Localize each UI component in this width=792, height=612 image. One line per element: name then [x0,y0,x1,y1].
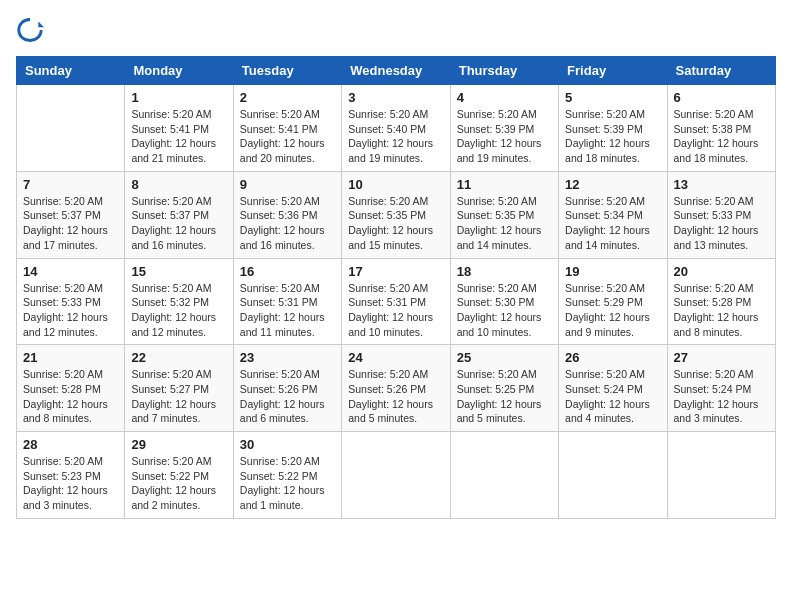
day-number: 28 [23,437,118,452]
day-number: 17 [348,264,443,279]
calendar-cell: 12Sunrise: 5:20 AMSunset: 5:34 PMDayligh… [559,171,667,258]
calendar-cell: 6Sunrise: 5:20 AMSunset: 5:38 PMDaylight… [667,85,775,172]
day-info: Sunrise: 5:20 AMSunset: 5:27 PMDaylight:… [131,367,226,426]
day-info: Sunrise: 5:20 AMSunset: 5:23 PMDaylight:… [23,454,118,513]
day-number: 29 [131,437,226,452]
calendar-cell: 26Sunrise: 5:20 AMSunset: 5:24 PMDayligh… [559,345,667,432]
calendar-cell: 3Sunrise: 5:20 AMSunset: 5:40 PMDaylight… [342,85,450,172]
day-number: 12 [565,177,660,192]
day-number: 18 [457,264,552,279]
calendar-cell: 14Sunrise: 5:20 AMSunset: 5:33 PMDayligh… [17,258,125,345]
calendar-cell: 8Sunrise: 5:20 AMSunset: 5:37 PMDaylight… [125,171,233,258]
calendar-cell [450,432,558,519]
calendar-cell [667,432,775,519]
day-number: 22 [131,350,226,365]
calendar-week-row: 1Sunrise: 5:20 AMSunset: 5:41 PMDaylight… [17,85,776,172]
calendar-cell: 5Sunrise: 5:20 AMSunset: 5:39 PMDaylight… [559,85,667,172]
day-info: Sunrise: 5:20 AMSunset: 5:26 PMDaylight:… [240,367,335,426]
calendar-cell: 20Sunrise: 5:20 AMSunset: 5:28 PMDayligh… [667,258,775,345]
calendar-cell: 2Sunrise: 5:20 AMSunset: 5:41 PMDaylight… [233,85,341,172]
day-number: 10 [348,177,443,192]
calendar-header-sunday: Sunday [17,57,125,85]
day-number: 7 [23,177,118,192]
calendar: SundayMondayTuesdayWednesdayThursdayFrid… [16,56,776,519]
calendar-cell: 29Sunrise: 5:20 AMSunset: 5:22 PMDayligh… [125,432,233,519]
day-number: 21 [23,350,118,365]
day-info: Sunrise: 5:20 AMSunset: 5:25 PMDaylight:… [457,367,552,426]
day-info: Sunrise: 5:20 AMSunset: 5:26 PMDaylight:… [348,367,443,426]
day-number: 6 [674,90,769,105]
calendar-cell: 21Sunrise: 5:20 AMSunset: 5:28 PMDayligh… [17,345,125,432]
day-info: Sunrise: 5:20 AMSunset: 5:41 PMDaylight:… [240,107,335,166]
day-info: Sunrise: 5:20 AMSunset: 5:33 PMDaylight:… [674,194,769,253]
day-info: Sunrise: 5:20 AMSunset: 5:37 PMDaylight:… [23,194,118,253]
calendar-header-row: SundayMondayTuesdayWednesdayThursdayFrid… [17,57,776,85]
calendar-header-friday: Friday [559,57,667,85]
calendar-cell: 18Sunrise: 5:20 AMSunset: 5:30 PMDayligh… [450,258,558,345]
day-number: 2 [240,90,335,105]
calendar-cell [17,85,125,172]
day-number: 27 [674,350,769,365]
day-number: 23 [240,350,335,365]
day-number: 14 [23,264,118,279]
calendar-header-saturday: Saturday [667,57,775,85]
calendar-cell: 24Sunrise: 5:20 AMSunset: 5:26 PMDayligh… [342,345,450,432]
day-info: Sunrise: 5:20 AMSunset: 5:35 PMDaylight:… [457,194,552,253]
calendar-cell: 25Sunrise: 5:20 AMSunset: 5:25 PMDayligh… [450,345,558,432]
calendar-cell: 10Sunrise: 5:20 AMSunset: 5:35 PMDayligh… [342,171,450,258]
calendar-cell: 22Sunrise: 5:20 AMSunset: 5:27 PMDayligh… [125,345,233,432]
day-info: Sunrise: 5:20 AMSunset: 5:32 PMDaylight:… [131,281,226,340]
day-number: 30 [240,437,335,452]
day-info: Sunrise: 5:20 AMSunset: 5:38 PMDaylight:… [674,107,769,166]
calendar-cell: 4Sunrise: 5:20 AMSunset: 5:39 PMDaylight… [450,85,558,172]
day-number: 5 [565,90,660,105]
day-info: Sunrise: 5:20 AMSunset: 5:33 PMDaylight:… [23,281,118,340]
day-info: Sunrise: 5:20 AMSunset: 5:24 PMDaylight:… [565,367,660,426]
day-number: 11 [457,177,552,192]
calendar-cell [342,432,450,519]
calendar-header-tuesday: Tuesday [233,57,341,85]
day-number: 15 [131,264,226,279]
calendar-cell: 1Sunrise: 5:20 AMSunset: 5:41 PMDaylight… [125,85,233,172]
calendar-cell [559,432,667,519]
calendar-cell: 16Sunrise: 5:20 AMSunset: 5:31 PMDayligh… [233,258,341,345]
day-number: 24 [348,350,443,365]
day-info: Sunrise: 5:20 AMSunset: 5:31 PMDaylight:… [240,281,335,340]
day-number: 1 [131,90,226,105]
day-info: Sunrise: 5:20 AMSunset: 5:24 PMDaylight:… [674,367,769,426]
day-number: 8 [131,177,226,192]
day-info: Sunrise: 5:20 AMSunset: 5:22 PMDaylight:… [240,454,335,513]
day-info: Sunrise: 5:20 AMSunset: 5:36 PMDaylight:… [240,194,335,253]
calendar-week-row: 21Sunrise: 5:20 AMSunset: 5:28 PMDayligh… [17,345,776,432]
calendar-cell: 11Sunrise: 5:20 AMSunset: 5:35 PMDayligh… [450,171,558,258]
day-number: 25 [457,350,552,365]
calendar-cell: 9Sunrise: 5:20 AMSunset: 5:36 PMDaylight… [233,171,341,258]
calendar-header-thursday: Thursday [450,57,558,85]
day-info: Sunrise: 5:20 AMSunset: 5:34 PMDaylight:… [565,194,660,253]
calendar-week-row: 28Sunrise: 5:20 AMSunset: 5:23 PMDayligh… [17,432,776,519]
header [16,16,776,44]
calendar-week-row: 14Sunrise: 5:20 AMSunset: 5:33 PMDayligh… [17,258,776,345]
day-info: Sunrise: 5:20 AMSunset: 5:35 PMDaylight:… [348,194,443,253]
day-number: 13 [674,177,769,192]
calendar-cell: 7Sunrise: 5:20 AMSunset: 5:37 PMDaylight… [17,171,125,258]
day-info: Sunrise: 5:20 AMSunset: 5:37 PMDaylight:… [131,194,226,253]
calendar-header-wednesday: Wednesday [342,57,450,85]
day-info: Sunrise: 5:20 AMSunset: 5:22 PMDaylight:… [131,454,226,513]
day-info: Sunrise: 5:20 AMSunset: 5:40 PMDaylight:… [348,107,443,166]
day-number: 16 [240,264,335,279]
day-number: 19 [565,264,660,279]
calendar-cell: 28Sunrise: 5:20 AMSunset: 5:23 PMDayligh… [17,432,125,519]
day-info: Sunrise: 5:20 AMSunset: 5:28 PMDaylight:… [23,367,118,426]
day-info: Sunrise: 5:20 AMSunset: 5:29 PMDaylight:… [565,281,660,340]
calendar-cell: 30Sunrise: 5:20 AMSunset: 5:22 PMDayligh… [233,432,341,519]
calendar-cell: 17Sunrise: 5:20 AMSunset: 5:31 PMDayligh… [342,258,450,345]
calendar-header-monday: Monday [125,57,233,85]
day-info: Sunrise: 5:20 AMSunset: 5:39 PMDaylight:… [457,107,552,166]
day-number: 20 [674,264,769,279]
calendar-cell: 23Sunrise: 5:20 AMSunset: 5:26 PMDayligh… [233,345,341,432]
day-number: 26 [565,350,660,365]
calendar-cell: 15Sunrise: 5:20 AMSunset: 5:32 PMDayligh… [125,258,233,345]
logo [16,16,48,44]
calendar-week-row: 7Sunrise: 5:20 AMSunset: 5:37 PMDaylight… [17,171,776,258]
